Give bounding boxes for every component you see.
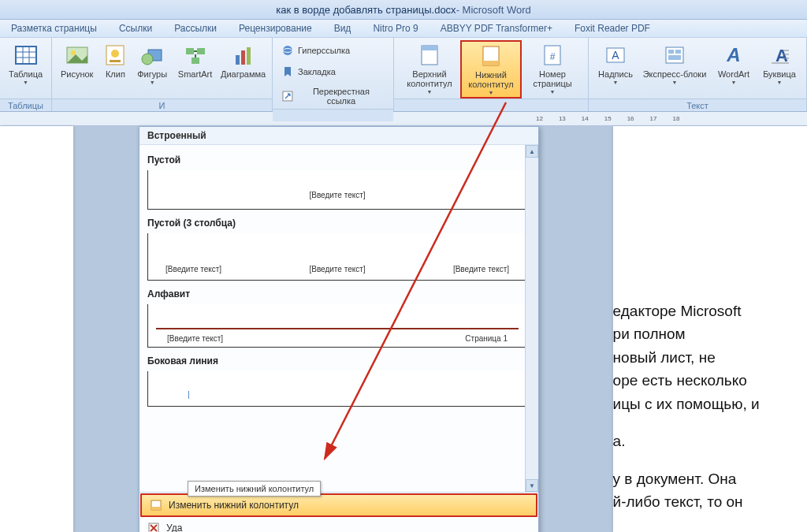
- clip-button[interactable]: Клип: [100, 40, 130, 81]
- crossref-button[interactable]: Перекрестная ссылка: [277, 84, 389, 108]
- crossref-label: Перекрестная ссылка: [298, 87, 385, 106]
- svg-text:A: A: [612, 49, 619, 61]
- group-tables: Таблица ▼ Таблицы: [0, 38, 52, 111]
- svg-rect-0: [16, 47, 36, 64]
- gallery-item-three-columns[interactable]: [Введите текст] [Введите текст] [Введите…: [147, 233, 527, 281]
- delete-footer-item[interactable]: Уда: [139, 518, 538, 532]
- preview-placeholder: [Введите текст]: [167, 334, 223, 343]
- ruler-tick: 13: [559, 115, 566, 122]
- footer-label: Нижний колонтитул: [462, 70, 520, 89]
- ruler-tick: 15: [604, 115, 612, 122]
- gallery-section-three: Пустой (3 столбца): [147, 218, 527, 229]
- group-label-links: [273, 109, 393, 121]
- header-icon: [417, 43, 442, 68]
- delete-footer-label: Уда: [166, 523, 182, 532]
- chart-button[interactable]: Диаграмма: [219, 40, 267, 81]
- text-line: ри полном: [613, 326, 686, 342]
- ribbon: Таблица ▼ Таблицы Рисунок Клип Фигуры▼ S…: [0, 38, 807, 112]
- textbox-button[interactable]: AНадпись▼: [593, 40, 638, 87]
- wordart-label: WordArt: [718, 69, 749, 79]
- hyperlink-icon: [281, 44, 294, 57]
- svg-rect-17: [247, 47, 251, 65]
- bookmark-label: Закладка: [298, 67, 336, 76]
- footer-button[interactable]: Нижний колонтитул▼: [460, 40, 522, 99]
- crossref-icon: [281, 90, 294, 102]
- picture-button[interactable]: Рисунок: [57, 40, 97, 81]
- svg-text:#: #: [550, 51, 556, 62]
- gallery-item-alphabet[interactable]: [Введите текст]Страница 1: [147, 304, 527, 348]
- tab-page-layout[interactable]: Разметка страницы: [11, 23, 97, 34]
- svg-point-11: [142, 54, 153, 65]
- delete-footer-icon: [147, 522, 160, 532]
- hyperlink-label: Гиперссылка: [298, 46, 350, 55]
- chevron-down-icon: ▼: [613, 80, 619, 85]
- smartart-button[interactable]: SmartArt: [174, 40, 216, 81]
- svg-rect-32: [668, 55, 681, 60]
- table-icon: [13, 43, 39, 68]
- bookmark-button[interactable]: Закладка: [277, 63, 340, 80]
- gallery-footer-menu: Изменить нижний колонтитул Уда Сохранить…: [139, 492, 538, 532]
- smartart-icon: [183, 43, 208, 68]
- footer-icon: [478, 43, 504, 69]
- text-line: едакторе Microsoft: [613, 303, 742, 319]
- textbox-icon: A: [603, 43, 628, 68]
- wordart-button[interactable]: AWordArt▼: [712, 40, 756, 87]
- tab-view[interactable]: Вид: [334, 23, 351, 34]
- picture-icon: [65, 43, 90, 68]
- chevron-down-icon: ▼: [672, 80, 678, 85]
- preview-page-label: Страница 1: [465, 334, 508, 343]
- svg-rect-15: [236, 55, 240, 65]
- chevron-down-icon: ▼: [427, 89, 433, 95]
- tab-foxit[interactable]: Foxit Reader PDF: [575, 23, 650, 34]
- tab-links[interactable]: Ссылки: [119, 23, 152, 34]
- quickparts-button[interactable]: Экспресс-блоки▼: [639, 40, 710, 87]
- tab-abbyy[interactable]: ABBYY PDF Transformer+: [441, 23, 552, 34]
- text-line: новый лист, не: [613, 349, 716, 366]
- tab-nitro[interactable]: Nitro Pro 9: [373, 23, 418, 34]
- tab-mailings[interactable]: Рассылки: [174, 23, 217, 34]
- ribbon-tabs: Разметка страницы Ссылки Рассылки Реценз…: [0, 20, 807, 38]
- scroll-up-icon[interactable]: ▲: [526, 145, 538, 158]
- svg-rect-9: [110, 60, 121, 62]
- gallery-item-sideline[interactable]: |: [147, 371, 527, 407]
- shapes-label: Фигуры: [137, 69, 167, 79]
- chart-label: Диаграмма: [221, 69, 266, 79]
- document-page[interactable]: едакторе Microsoft ри полном новый лист,…: [613, 126, 807, 532]
- text-line: ицы с их помощью, и: [613, 396, 760, 412]
- svg-point-18: [283, 46, 292, 55]
- group-label-hf: [394, 99, 588, 111]
- picture-label: Рисунок: [61, 69, 94, 79]
- chevron-down-icon: ▼: [150, 80, 155, 85]
- gallery-item-empty[interactable]: [Введите текст]: [147, 170, 527, 210]
- edit-footer-item[interactable]: Изменить нижний колонтитул: [140, 493, 537, 517]
- tab-review[interactable]: Рецензирование: [239, 23, 312, 34]
- svg-rect-22: [422, 46, 437, 50]
- svg-rect-13: [197, 48, 205, 54]
- edit-footer-label: Изменить нижний колонтитул: [169, 500, 299, 511]
- preview-placeholder: [Введите текст]: [309, 191, 365, 199]
- group-header-footer: Верхний колонтитул▼ Нижний колонтитул▼ #…: [394, 38, 589, 111]
- table-button[interactable]: Таблица ▼: [5, 40, 46, 87]
- text-line: у в документ. Она: [613, 471, 737, 487]
- dropcap-label: Буквица: [763, 69, 796, 79]
- document-area: едакторе Microsoft ри полном новый лист,…: [0, 126, 807, 532]
- preview-cursor: |: [188, 390, 190, 399]
- group-links: Гиперссылка Закладка Перекрестная ссылка: [273, 38, 394, 111]
- scroll-down-icon[interactable]: ▼: [526, 479, 538, 492]
- chevron-down-icon: ▼: [731, 80, 737, 85]
- text-line: а.: [613, 433, 626, 449]
- page-number-button[interactable]: #Номер страницы▼: [522, 40, 583, 97]
- hyperlink-button[interactable]: Гиперссылка: [277, 42, 354, 59]
- group-label-tables: Таблицы: [0, 99, 51, 111]
- shapes-button[interactable]: Фигуры▼: [133, 40, 171, 87]
- header-button[interactable]: Верхний колонтитул▼: [399, 40, 460, 97]
- header-label: Верхний колонтитул: [400, 69, 459, 88]
- gallery-header: Встроенный: [139, 127, 538, 145]
- dropcap-button[interactable]: AБуквица▼: [757, 40, 801, 87]
- textbox-label: Надпись: [598, 69, 633, 79]
- preview-placeholder: [Введите текст]: [309, 265, 365, 273]
- dropcap-icon: A: [767, 43, 792, 68]
- gallery-scrollbar[interactable]: ▲ ▼: [525, 145, 538, 492]
- svg-rect-40: [151, 507, 161, 510]
- title-bar: как в ворде добавлять страницы.docx - Mi…: [0, 0, 807, 20]
